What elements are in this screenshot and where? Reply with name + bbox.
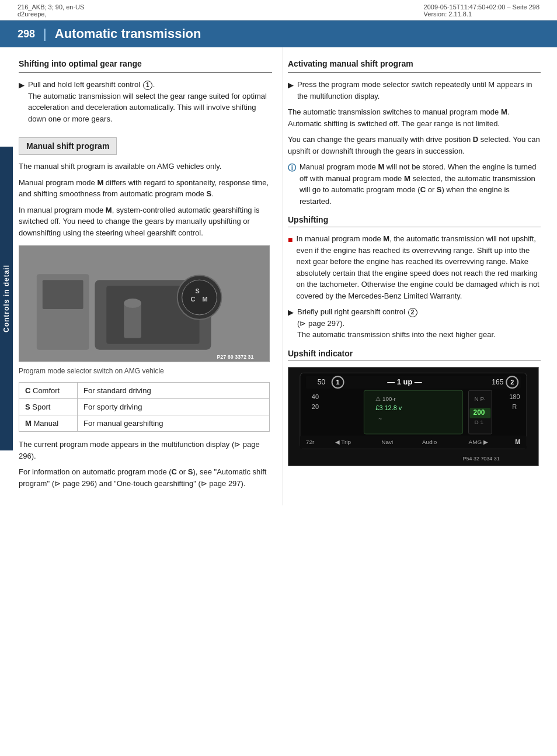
svg-text:£3  12.8 v: £3 12.8 v	[375, 404, 402, 411]
bullet-arrow-2: ▶	[288, 79, 294, 102]
svg-text:AMG ▶: AMG ▶	[469, 438, 488, 445]
info-icon: ⓘ	[288, 162, 296, 207]
svg-text:N P·: N P·	[475, 396, 486, 402]
svg-text:M: M	[515, 438, 520, 445]
car-caption: Program mode selector switch on AMG vehi…	[19, 366, 272, 376]
upshift-bullet: ▶ Briefly pull right gearshift control 2…	[288, 306, 541, 341]
svg-text:~: ~	[378, 415, 382, 421]
svg-point-4	[182, 280, 217, 315]
warning-box: ■ In manual program mode M, the automati…	[288, 233, 541, 301]
svg-text:P54 32 7034 31: P54 32 7034 31	[463, 455, 500, 461]
table-row: S Sport For sporty driving	[19, 399, 270, 415]
svg-rect-8	[124, 303, 141, 338]
bottom-p1: The current program mode appears in the …	[19, 439, 272, 462]
header-title: Automatic transmission	[55, 26, 201, 41]
svg-rect-11	[43, 280, 83, 309]
section1-title: Shifting into optimal gear range	[19, 59, 272, 73]
svg-text:Navi: Navi	[381, 438, 393, 445]
upshifting-section: Upshifting ■ In manual program mode M, t…	[288, 215, 541, 341]
svg-text:200: 200	[474, 408, 485, 417]
svg-text:40: 40	[312, 393, 319, 400]
svg-text:R: R	[512, 403, 517, 410]
upshifting-title: Upshifting	[288, 215, 541, 227]
svg-text:20: 20	[312, 403, 319, 410]
svg-text:165: 165	[492, 378, 503, 386]
section2-bullet: ▶ Press the program mode selector switch…	[288, 79, 541, 102]
bullet-arrow: ▶	[19, 79, 25, 124]
table-row: C Comfort For standard driving	[19, 383, 270, 399]
svg-text:P27 60 3372 31: P27 60 3372 31	[217, 354, 253, 360]
svg-text:50: 50	[318, 378, 326, 386]
car-image-svg: S C M P27 60 3372 31	[19, 245, 269, 362]
section1: Shifting into optimal gear range ▶ Pull …	[19, 59, 272, 124]
upshift-indicator-title: Upshift indicator	[288, 349, 541, 361]
svg-text:180: 180	[509, 393, 520, 400]
svg-text:— 1 up —: — 1 up —	[387, 377, 422, 386]
manual-shift-box: Manual shift program	[19, 137, 117, 155]
warning-icon: ■	[288, 234, 293, 301]
table-row: M Manual For manual gearshifting	[19, 415, 270, 432]
upshift-svg: 50 1 — 1 up — 165 2 40 20 180 R	[288, 367, 538, 466]
svg-rect-36	[300, 435, 527, 448]
upshift-indicator-section: Upshift indicator 50 1 — 1 up — 165	[288, 349, 541, 466]
svg-text:C: C	[191, 296, 196, 303]
svg-text:2: 2	[510, 379, 514, 386]
svg-text:◀ Trip: ◀ Trip	[335, 438, 351, 445]
manual-p3: In manual program mode M, system-control…	[19, 204, 272, 239]
section2-title: Activating manual shift program	[288, 59, 541, 73]
section2-text: The automatic transmission switches to m…	[288, 106, 541, 129]
header-bar: 298 | Automatic transmission	[0, 20, 557, 47]
header-page-num: 298	[18, 28, 35, 40]
svg-text:72r: 72r	[306, 438, 315, 445]
manual-p1: The manual shift program is available on…	[19, 161, 272, 172]
meta-right: 2009-05-15T11:47:50+02:00 – Seite 298Ver…	[424, 4, 539, 18]
svg-text:⚠ 100·r: ⚠ 100·r	[375, 396, 396, 402]
page-meta: 216_AKB; 3; 90, en-USd2ureepe, 2009-05-1…	[0, 0, 557, 20]
svg-text:M: M	[203, 296, 208, 303]
upshift-image: 50 1 — 1 up — 165 2 40 20 180 R	[288, 367, 539, 466]
svg-text:D 1: D 1	[475, 418, 484, 425]
info-box: ⓘ Manual program mode M will not be stor…	[288, 161, 541, 207]
svg-text:1: 1	[336, 379, 340, 386]
svg-text:Audio: Audio	[422, 438, 437, 445]
section2-p2: You can change the gears manually with d…	[288, 134, 541, 157]
svg-point-9	[124, 299, 141, 308]
section1-bullet: ▶ Pull and hold left gearshift control 1…	[19, 79, 272, 124]
car-image: S C M P27 60 3372 31	[19, 245, 270, 362]
bottom-p2: For information on automatic program mod…	[19, 466, 272, 489]
gear-table: C Comfort For standard driving S Sport F…	[19, 382, 270, 432]
bullet-arrow-3: ▶	[288, 307, 294, 341]
manual-p2: Manual program mode M differs with regar…	[19, 177, 272, 200]
meta-left: 216_AKB; 3; 90, en-USd2ureepe,	[18, 4, 84, 18]
svg-text:S: S	[196, 287, 200, 294]
